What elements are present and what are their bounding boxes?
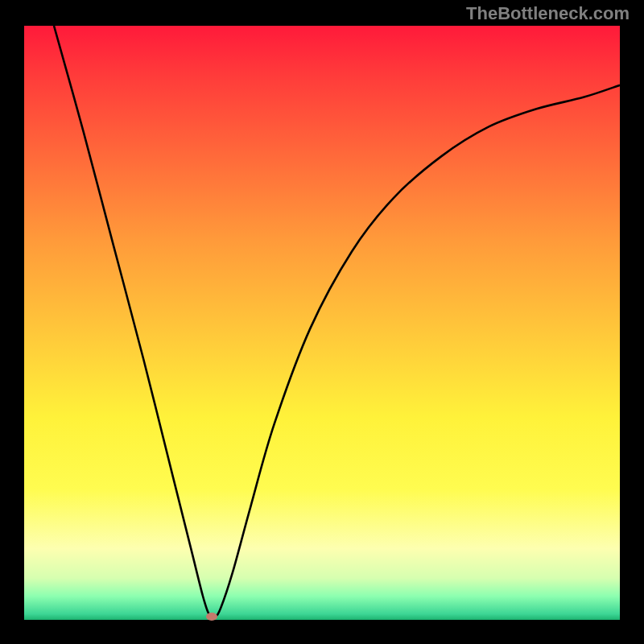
plot-area [24, 26, 620, 620]
watermark-text: TheBottleneck.com [466, 3, 630, 24]
optimal-point-marker [206, 613, 217, 621]
bottleneck-curve [24, 26, 620, 620]
